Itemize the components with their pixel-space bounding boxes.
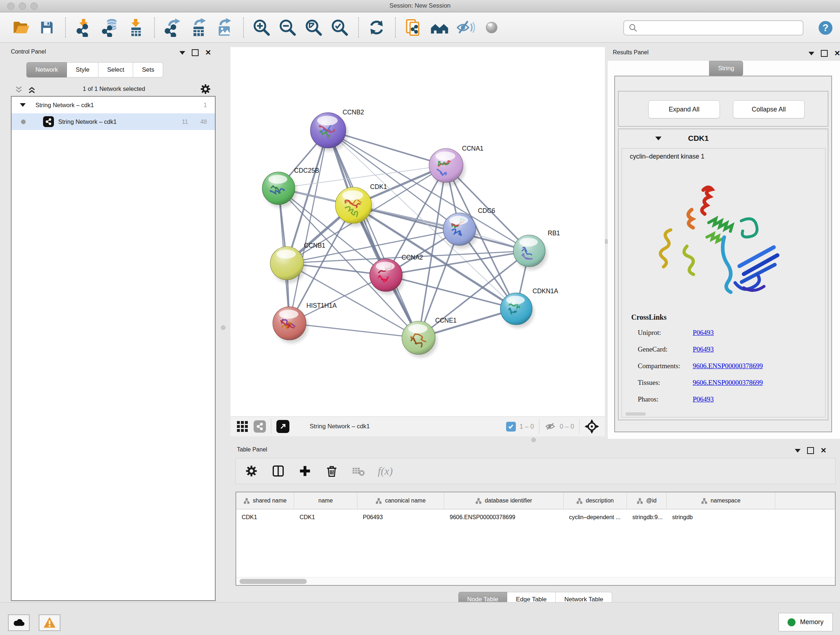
toolbar-separator — [65, 17, 66, 38]
panel-menu-icon[interactable] — [795, 449, 801, 453]
panel-float-icon[interactable] — [192, 49, 199, 56]
column-header-id[interactable]: @id — [627, 492, 667, 509]
delete-column-trash-icon[interactable] — [321, 461, 342, 481]
network-collection-row[interactable]: String Network – cdk1 1 — [11, 97, 215, 113]
refresh-icon[interactable] — [366, 16, 387, 39]
results-scrollbar-thumb[interactable] — [625, 412, 646, 416]
zoom-in-icon[interactable] — [251, 16, 272, 39]
protein-structure-image — [649, 179, 797, 310]
panel-close-icon[interactable]: ✕ — [821, 448, 827, 453]
table-cell[interactable]: cyclin–dependent ... — [564, 514, 627, 521]
protein-entry-header[interactable]: CDK1 — [619, 129, 828, 147]
scrollbar-thumb[interactable] — [240, 579, 307, 584]
search-input[interactable] — [638, 24, 803, 32]
network-options-gear-icon[interactable] — [200, 83, 211, 95]
create-column-icon[interactable] — [294, 461, 316, 481]
table-cell[interactable]: 9606.ENSP00000378699 — [444, 514, 564, 521]
entry-collapse-icon[interactable] — [655, 136, 662, 141]
zoom-out-icon[interactable] — [277, 16, 298, 39]
export-network-icon[interactable] — [162, 16, 183, 39]
export-table-icon[interactable] — [188, 16, 209, 39]
table-horizontal-scrollbar[interactable] — [236, 577, 835, 585]
crosslink-link[interactable]: 9606.ENSP00000378699 — [693, 379, 763, 386]
panel-menu-icon[interactable] — [180, 51, 185, 55]
crosslink-link[interactable]: 9606.ENSP00000378699 — [693, 362, 763, 370]
protein-details: cyclin–dependent kinase 1 — [622, 148, 826, 417]
tab-select[interactable]: Select — [98, 62, 133, 78]
table-cell[interactable]: CDK1 — [294, 514, 357, 521]
tab-sets[interactable]: Sets — [133, 62, 163, 78]
import-network-database-icon[interactable] — [99, 16, 120, 39]
string-document-icon[interactable] — [403, 16, 424, 39]
import-network-file-icon[interactable] — [73, 16, 94, 39]
column-header-database-identifier[interactable]: database identifier — [444, 492, 564, 509]
preview-orb-icon[interactable] — [481, 16, 502, 39]
table-row[interactable]: CDK1CDK1P064939606.ENSP00000378699cyclin… — [236, 509, 835, 525]
zoom-selected-icon[interactable] — [329, 16, 350, 39]
table-cell[interactable]: CDK1 — [236, 514, 294, 521]
window-title: Session: New Session — [0, 2, 840, 10]
share-view-icon[interactable] — [254, 420, 266, 432]
tab-string[interactable]: String — [709, 61, 743, 76]
network-view-title: String Network – cdk1 — [309, 423, 370, 430]
memory-button[interactable]: Memory — [778, 613, 833, 631]
table-panel-title: Table Panel — [237, 447, 267, 453]
column-header-canonical-name[interactable]: canonical name — [357, 492, 444, 509]
search-field[interactable] — [623, 20, 804, 35]
grid-view-icon[interactable] — [236, 420, 248, 432]
panel-float-icon[interactable] — [807, 447, 814, 454]
open-in-window-icon[interactable] — [276, 420, 289, 433]
help-icon[interactable]: ? — [818, 20, 833, 35]
table-cell[interactable]: P06493 — [357, 514, 444, 521]
tab-style[interactable]: Style — [67, 62, 98, 78]
vertical-splitter-handle[interactable] — [221, 325, 225, 330]
network-canvas[interactable]: CCNB2CCNA1CDC25BCDK1CDC6RB1CCNB1CCNA2CDK… — [231, 47, 605, 416]
panel-close-icon[interactable]: ✕ — [205, 50, 211, 55]
export-image-icon[interactable] — [214, 16, 235, 39]
collapse-all-button[interactable]: Collapse All — [733, 100, 805, 119]
save-session-icon[interactable] — [36, 16, 57, 39]
zoom-fit-icon[interactable] — [303, 16, 324, 39]
table-cell[interactable]: stringdb:9... — [627, 514, 667, 521]
tree-expand-icon[interactable] — [19, 103, 26, 108]
warnings-button[interactable] — [39, 614, 60, 631]
crosslink-row: GeneCard:P06493 — [638, 345, 819, 353]
panel-menu-icon[interactable] — [808, 52, 814, 55]
expand-all-button[interactable]: Expand All — [648, 100, 720, 119]
column-header-description[interactable]: description — [564, 492, 627, 509]
crosslink-link[interactable]: P06493 — [693, 329, 714, 337]
string-results-container: Expand All Collapse All CDK1 cyclin–depe… — [614, 76, 832, 432]
column-header-shared-name[interactable]: shared name — [236, 492, 294, 509]
column-header-filler — [775, 492, 835, 509]
crosslink-link[interactable]: P06493 — [693, 345, 714, 353]
network-home-icon[interactable] — [429, 16, 450, 39]
birds-eye-crosshair-icon[interactable] — [584, 419, 599, 434]
network-view: CCNB2CCNA1CDC25BCDK1CDC6RB1CCNB1CCNA2CDK… — [231, 47, 605, 436]
svg-text:CDK1: CDK1 — [370, 183, 387, 190]
table-options-gear-icon[interactable] — [241, 461, 262, 481]
tab-network[interactable]: Network — [27, 62, 67, 78]
memory-label: Memory — [800, 618, 823, 626]
hide-selected-eye-icon[interactable] — [455, 16, 476, 39]
toolbar-separator — [358, 17, 359, 38]
svg-text:CDC25B: CDC25B — [294, 167, 319, 174]
svg-text:RB1: RB1 — [548, 230, 560, 237]
cloud-icon — [12, 616, 26, 630]
panel-float-icon[interactable] — [821, 50, 828, 57]
network-name: String Network – cdk1 — [58, 119, 117, 125]
panel-close-icon[interactable]: ✕ — [834, 51, 840, 56]
cloud-button[interactable] — [8, 614, 30, 631]
table-cell[interactable]: stringdb — [667, 514, 775, 521]
main-toolbar: ? — [0, 13, 840, 43]
open-session-icon[interactable] — [10, 16, 31, 39]
horizontal-splitter-handle[interactable] — [531, 438, 536, 442]
table-panel: Table Panel ✕ f(x) shared namenamecanoni… — [231, 443, 840, 602]
import-table-file-icon[interactable] — [125, 16, 146, 39]
crosslink-link[interactable]: P06493 — [693, 395, 714, 403]
network-row[interactable]: String Network – cdk1 11 48 — [11, 113, 215, 130]
column-header-namespace[interactable]: namespace — [667, 492, 775, 509]
show-columns-icon[interactable] — [268, 461, 289, 481]
column-header-name[interactable]: name — [294, 492, 357, 509]
toolbar-separator — [539, 419, 539, 434]
selected-checkbox-icon[interactable] — [506, 422, 516, 432]
